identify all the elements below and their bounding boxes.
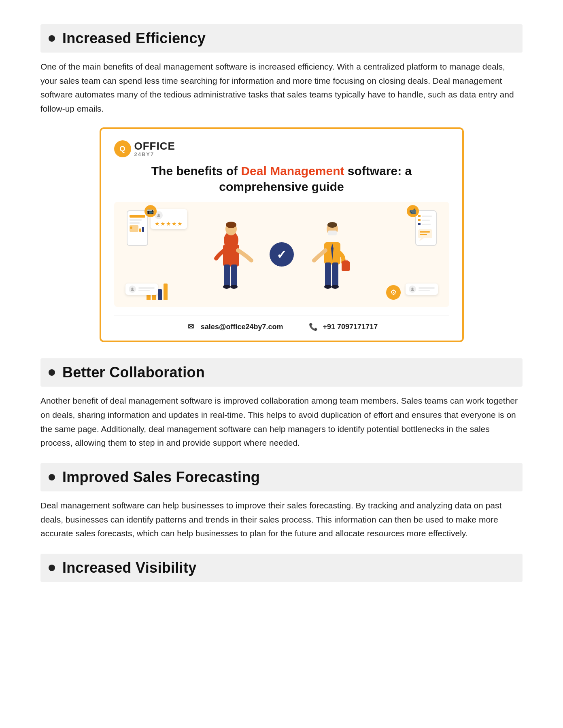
phone-contact: 📞 +91 7097171717 — [308, 321, 378, 332]
section-forecasting: Improved Sales Forecasting Deal manageme… — [40, 463, 523, 541]
svg-rect-6 — [139, 229, 141, 232]
svg-point-15 — [223, 285, 230, 289]
svg-rect-1 — [130, 215, 145, 218]
card-title-highlight: Deal Management — [241, 164, 344, 178]
handshake-center: ✓ — [257, 242, 306, 267]
phone-text: +91 7097171717 — [323, 323, 378, 331]
logo-icon: Q — [114, 140, 131, 157]
svg-point-19 — [327, 222, 337, 228]
bullet-dot-visibility — [49, 565, 55, 571]
svg-rect-13 — [224, 265, 230, 287]
svg-rect-2 — [130, 219, 142, 221]
checkmark-circle: ✓ — [270, 242, 294, 267]
svg-point-16 — [230, 285, 238, 289]
phone-icon: 📞 — [308, 321, 319, 332]
gear-float: ⚙ — [386, 285, 401, 300]
svg-point-11 — [226, 222, 236, 228]
svg-rect-12 — [223, 244, 239, 267]
bullet-dot-collaboration — [49, 369, 55, 376]
person-card-bottom-right — [406, 284, 438, 295]
person-card-bottom — [125, 284, 158, 295]
card-title-before: The benefits of — [151, 164, 241, 178]
svg-rect-26 — [344, 260, 348, 262]
svg-rect-37 — [420, 234, 427, 235]
svg-rect-31 — [418, 219, 421, 221]
card-illustration: ★★★★★ 📷 — [114, 202, 449, 307]
body-forecasting: Deal management software can help busine… — [40, 499, 523, 541]
heading-collaboration: Better Collaboration — [40, 358, 523, 387]
heading-efficiency-text: Increased Efficiency — [62, 30, 206, 47]
svg-rect-7 — [142, 227, 144, 232]
logo-sub-text: 24BY7 — [134, 152, 175, 157]
card-logo: Q OFFICE 24BY7 — [114, 140, 449, 158]
svg-rect-34 — [422, 224, 431, 225]
svg-rect-18 — [328, 231, 337, 235]
heading-forecasting-text: Improved Sales Forecasting — [62, 469, 260, 486]
body-efficiency: One of the main benefits of deal managem… — [40, 60, 523, 116]
email-contact: ✉ sales@office24by7.com — [185, 321, 283, 332]
svg-rect-21 — [325, 262, 331, 287]
heading-collaboration-text: Better Collaboration — [62, 364, 205, 381]
heading-forecasting: Improved Sales Forecasting — [40, 463, 523, 491]
person-right — [310, 216, 355, 293]
svg-rect-36 — [420, 231, 430, 233]
svg-rect-30 — [422, 216, 432, 217]
heading-visibility: Increased Visibility — [40, 554, 523, 582]
svg-rect-25 — [342, 261, 350, 271]
heading-visibility-text: Increased Visibility — [62, 559, 197, 576]
section-collaboration: Better Collaboration Another benefit of … — [40, 358, 523, 450]
email-icon: ✉ — [185, 321, 197, 332]
heading-efficiency: Increased Efficiency — [40, 24, 523, 53]
svg-point-24 — [331, 285, 339, 289]
email-text: sales@office24by7.com — [201, 323, 283, 331]
logo-main-text: OFFICE — [134, 140, 175, 152]
svg-point-23 — [324, 285, 331, 289]
person-left-svg — [209, 216, 253, 293]
person-left — [209, 216, 253, 293]
svg-rect-14 — [231, 265, 237, 287]
section-efficiency: Increased Efficiency One of the main ben… — [40, 24, 523, 342]
section-visibility: Increased Visibility — [40, 554, 523, 582]
card-title: The benefits of Deal Management software… — [114, 163, 449, 195]
logo-text-block: OFFICE 24BY7 — [134, 140, 175, 158]
cam-icon-right: 📹 — [407, 205, 419, 217]
cam-icon-left: 📷 — [144, 205, 157, 217]
svg-point-5 — [130, 226, 132, 229]
svg-rect-22 — [332, 262, 338, 287]
svg-rect-32 — [422, 220, 430, 221]
svg-rect-33 — [418, 223, 421, 225]
bullet-dot-efficiency — [49, 35, 55, 42]
contact-bar: ✉ sales@office24by7.com 📞 +91 7097171717 — [114, 315, 449, 332]
svg-rect-3 — [130, 222, 140, 224]
bullet-dot-forecasting — [49, 474, 55, 480]
person-right-svg — [310, 216, 355, 293]
body-collaboration: Another benefit of deal management softw… — [40, 394, 523, 450]
deal-management-card: Q OFFICE 24BY7 The benefits of Deal Mana… — [100, 127, 464, 343]
